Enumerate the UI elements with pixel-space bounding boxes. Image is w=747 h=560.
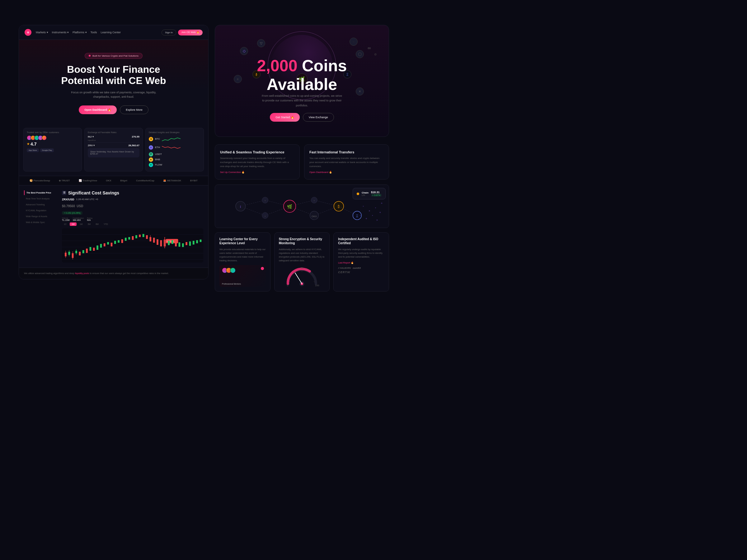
price-value: $0.79560 [62,205,75,208]
nav-tools[interactable]: Tools [91,31,97,34]
chain-widget: Chain LIN $18.31 + 9.87% [353,188,386,199]
svg-text:100: 100 [315,284,319,287]
security-card: Strong Encryption & Security Monitoring … [274,232,330,292]
brand-cmc: CoinMarketCap [136,179,154,182]
svg-rect-32 [132,236,134,240]
coins-number: 2,000 [257,57,297,75]
svg-rect-41 [160,240,162,246]
insights-widget: Detailed Insights and Strategies ₿ BTC Ξ… [145,128,204,171]
exchange-callout: Since Yesterday, Your Assets Have Grown … [88,148,139,157]
join-button[interactable]: Join CE Web 🔥 [178,30,203,35]
nav-instruments[interactable]: Instruments ▾ [52,31,69,34]
nav-platforms[interactable]: Platforms ▾ [73,31,87,34]
hero-buttons: Open Dashboard 🔥 Explore More [28,105,199,114]
svg-rect-40 [157,239,158,245]
coins-buttons: Get Started 🔥 View Exchange [225,113,380,122]
chain-sub: LIN [362,194,368,196]
widgets-row: Trusted over by 250k+ customers ★ 4.7 Ap… [19,124,208,176]
chart-meta: Volume TL:23M Capitalization 382.46X Rat… [62,217,203,221]
chain-info: Chain LIN [362,191,368,196]
svg-rect-55 [196,240,198,243]
svg-rect-48 [172,240,173,244]
last-report-link[interactable]: Last Report 🔥 [338,261,384,264]
svg-rect-54 [193,241,195,244]
svg-rect-50 [179,242,181,247]
get-started-button[interactable]: Get Started 🔥 [270,113,300,122]
svg-rect-22 [97,245,98,250]
insights-label: Detailed Insights and Strategies [149,131,201,133]
chart-pair-label: ZRX/USD 1:26:43 AM UTC +0 [62,198,203,201]
video-label: Professional Mentors [222,283,241,285]
brand-pancakeswap: 🥞 PancakeSwap [30,179,50,182]
svg-rect-49 [175,241,177,246]
open-dashboard-button[interactable]: Open Dashboard 🔥 [79,105,117,114]
security-title: Strong Encryption & Security Monitoring [279,237,325,245]
google-play-button[interactable]: Google Play [40,149,54,152]
svg-rect-37 [149,237,151,241]
tab-1m[interactable]: 1M [70,222,77,226]
tab-6m[interactable]: 6M [94,222,101,226]
sidebar-tech[interactable]: Real-Time Tech Analysis [24,196,58,201]
app-store-button[interactable]: App Store [27,149,39,152]
liquidity-link[interactable]: liquidity pools [75,272,89,275]
chain-dot [357,193,359,195]
sign-in-button[interactable]: Sign In [161,30,176,35]
open-dashboard-link[interactable]: Open Dashboard 🔥 [309,171,384,174]
eth-name: ETH [155,146,160,149]
explore-more-button[interactable]: Explore More [120,105,149,114]
svg-rect-14 [75,251,77,253]
usdt-icon: ₮ [149,152,153,157]
svg-rect-18 [82,250,84,253]
zrx-name: ZRX ▾ [88,144,95,147]
ticker-eth: Ξ ETH [149,144,201,151]
sidebar-best-price[interactable]: The Best Possible Price [24,190,58,195]
fi-triangle: ▽ [257,39,265,47]
btc-icon: ₿ [149,137,153,141]
exchange-header: Exchange at Favorable Rates [88,131,139,133]
tab-1c[interactable]: 1C [62,222,69,226]
sidebar-ticketing[interactable]: Advanced Ticketing [24,202,58,207]
svg-rect-39 [153,238,155,243]
svg-rect-17 [79,252,81,256]
cost-title-text: Significant Cost Savings [68,190,119,195]
svg-rect-29 [121,239,123,243]
tab-3m[interactable]: 3M [85,222,93,226]
btc-name: BTC [155,137,160,140]
left-panel: ❄ Markets ▾ Instruments ▾ Platforms ▾ To… [19,25,209,279]
brand-trust: ◈ TRUST [59,179,70,182]
inj-name: INJ ▾ [88,135,94,138]
ticker-btc: ₿ BTC [149,135,201,143]
nav-learning[interactable]: Learning Center [101,31,121,34]
badge-dot [89,55,91,57]
pair-meta: 1:26:43 AM UTC +0 [76,198,98,201]
fi-infinity: ∞ [365,44,373,52]
mentor-avatar [230,268,236,273]
cure53-logo: cure53 [353,267,361,269]
sidebar-assets[interactable]: Wide Range of Assets [24,214,58,219]
tab-ytd[interactable]: YTD [102,222,110,226]
coins-desc: From well-established coins to up-and-co… [261,94,342,108]
setup-connection-link[interactable]: Set Up Connection 🔥 [220,171,294,174]
tab-1m2[interactable]: 1M [78,222,85,226]
inj-sub: InjectProt [88,139,139,141]
ticker-bnb: B BNB [149,157,201,162]
svg-point-92 [366,218,367,219]
feature-transfers: Fast International Transfers You can eas… [304,144,389,180]
svg-text:0: 0 [287,284,288,287]
sidebar-sync[interactable]: Web & Mobile Sync [24,220,58,224]
trusted-label: Trusted over by 250k+ customers [27,131,78,133]
meta-vol: Volume TL:23M [62,217,70,221]
svg-point-88 [369,210,370,212]
cost-sidebar: The Best Possible Price Real-Time Tech A… [24,190,58,263]
view-exchange-button[interactable]: View Exchange [303,113,334,122]
svg-point-91 [360,215,361,216]
nav-markets[interactable]: Markets ▾ [36,31,48,34]
svg-rect-36 [146,235,148,239]
auditor-logos: // HALBORN cure53 CERTIK [338,267,384,274]
trusted-widget: Trusted over by 250k+ customers ★ 4.7 Ap… [23,128,82,171]
price-unit: USD [77,205,83,208]
svg-point-87 [363,206,364,207]
svg-rect-23 [100,244,102,248]
sidebar-kyc[interactable]: KYC/AML Regulation [24,208,58,213]
coins-hero: ◇ ▽ ⬡ 🌿 ₿ Ξ × ∞ ⊘ ≡ ⁘ 2,000 Coins Availa… [215,25,389,137]
